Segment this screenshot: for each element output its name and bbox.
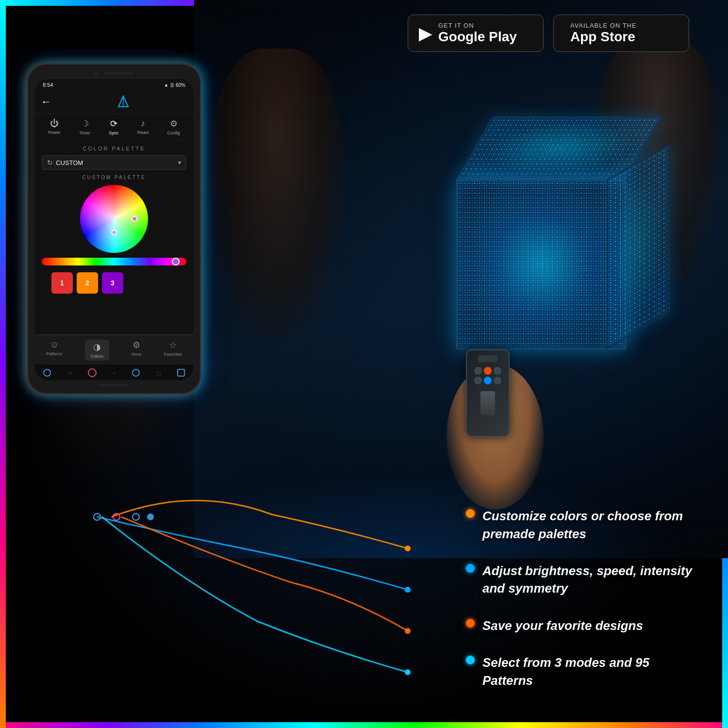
color-wheel-dot-white[interactable] [111,230,117,235]
hue-slider[interactable] [42,258,186,265]
swatch-3-label: 3 [111,279,115,287]
favorites-icon: ☆ [169,340,177,350]
phone-mockup: 8:54 ▲ ||| 60% ← [27,63,201,395]
app-store-badge[interactable]: Available on the App Store [553,15,689,52]
nav-config[interactable]: ⚙ Config [167,118,180,135]
swatch-2-label: 2 [85,279,89,287]
config-icon: ⚙ [170,118,178,129]
phone-screen: 8:54 ▲ ||| 60% ← [35,79,193,380]
feature-item-4: Select from 3 modes and 95 Patterns [466,654,699,689]
color-wheel-dot-pink[interactable] [132,216,137,222]
tab-more[interactable]: ⚙ More [132,340,142,361]
google-play-label-main: Google Play [438,29,517,45]
color-swatches: 1 2 3 [42,272,186,294]
google-play-icon: ▶ [419,25,432,42]
nav-back-label: ◁ [67,370,71,376]
scene-overlay [194,0,728,558]
more-icon: ⚙ [132,340,140,350]
nav-power[interactable]: ⏻ Power [48,118,61,135]
tab-more-label: More [132,352,142,357]
nav-back-dot[interactable] [43,369,51,377]
tab-favorites-label: Favorites [164,352,182,357]
phone-bottom [35,384,193,386]
nav-home-circle[interactable] [88,368,97,377]
feature-dot-3 [466,619,475,628]
battery-level: 60% [176,83,185,88]
sync-label: Sync [109,131,118,135]
feature-text-3: Save your favorite designs [482,617,643,634]
react-icon: ♪ [141,118,145,129]
feature-item-1: Customize colors or choose from premade … [466,507,699,543]
android-nav-bar: ◁ ○ ▢ [35,364,193,380]
bottom-border-decoration [0,722,728,728]
colors-icon: ◑ [93,342,101,352]
nav-react[interactable]: ♪ React [137,118,149,135]
scene-background [194,0,728,558]
tab-colors-label: Colors [91,354,103,359]
nav-recent-dot[interactable] [132,369,140,377]
swatch-3[interactable]: 3 [102,272,123,294]
status-bar: 8:54 ▲ ||| 60% [35,79,193,91]
nav-sync[interactable]: ⟳ Sync [109,118,118,135]
tab-patterns-label: Patterns [46,351,63,356]
timer-icon: ☽ [81,118,89,129]
bottom-home-indicator [99,384,129,386]
phone-outer-shell: 8:54 ▲ ||| 60% ← [27,63,201,395]
tab-favorites[interactable]: ☆ Favorites [164,340,182,361]
status-icons: ▲ ||| 60% [164,83,185,88]
color-palette-section: COLOR PALETTE ↻ CUSTOM ▾ CUSTOM PALETTE [35,141,193,305]
signal-icon: ||| [170,83,174,87]
tab-colors[interactable]: ◑ Colors [85,340,109,361]
power-icon: ⏻ [50,118,59,129]
tab-patterns[interactable]: ☺ Patterns [46,340,63,361]
features-section: Customize colors or choose from premade … [466,507,699,689]
google-play-label-top: GET IT ON [438,22,517,29]
timer-label: Timer [79,131,90,135]
color-palette-heading: COLOR PALETTE [42,146,186,151]
google-play-badge[interactable]: ▶ GET IT ON Google Play [408,15,544,52]
app-header: ← [35,91,193,114]
feature-text-4: Select from 3 modes and 95 Patterns [482,654,699,689]
speaker-grille [105,72,134,75]
patterns-icon: ☺ [50,340,59,350]
custom-palette-heading: CUSTOM PALETTE [42,175,186,180]
tab-bar: ☺ Patterns ◑ Colors ⚙ More ☆ Favorites [35,334,193,364]
nav-home-label: ○ [113,370,116,376]
color-wheel[interactable] [80,185,148,253]
nav-menu-square[interactable] [177,369,185,377]
sync-icon: ⟳ [110,118,117,129]
control-nav-row: ⏻ Power ☽ Timer ⟳ Sync ♪ React ⚙ Confi [35,114,193,141]
feature-text-2: Adjust brightness, speed, intensity and … [482,562,699,597]
app-store-text: Available on the App Store [570,22,637,45]
refresh-icon: ↻ [47,159,53,166]
config-label: Config [167,131,180,135]
back-button[interactable]: ← [41,96,51,108]
feature-dot-4 [466,656,475,664]
camera-dot [94,71,98,75]
status-time: 8:54 [43,82,53,88]
nav-timer[interactable]: ☽ Timer [79,118,90,135]
swatch-1-label: 1 [60,279,64,287]
feature-dot-1 [466,509,475,518]
swatch-2[interactable]: 2 [77,272,98,294]
logo-svg [116,95,131,109]
palette-selector[interactable]: ↻ CUSTOM ▾ [42,155,186,170]
google-play-text: GET IT ON Google Play [438,22,517,45]
chevron-down-icon: ▾ [178,159,181,166]
hue-slider-thumb[interactable] [172,258,180,265]
palette-selector-value: CUSTOM [56,159,175,166]
feature-item-3: Save your favorite designs [466,617,699,634]
app-store-label-top: Available on the [570,22,637,29]
content-spacer [35,305,193,334]
feature-dot-2 [466,564,475,573]
nav-recent-label: ▢ [156,370,161,376]
app-store-label-main: App Store [570,29,637,45]
color-wheel-container[interactable] [42,185,186,253]
power-label: Power [48,130,61,135]
swatch-1[interactable]: 1 [51,272,73,294]
store-badges-container: ▶ GET IT ON Google Play Available on the… [408,15,689,52]
react-label: React [137,130,149,135]
wifi-icon: ▲ [164,83,168,87]
app-logo [59,95,187,109]
feature-text-1: Customize colors or choose from premade … [482,507,699,543]
